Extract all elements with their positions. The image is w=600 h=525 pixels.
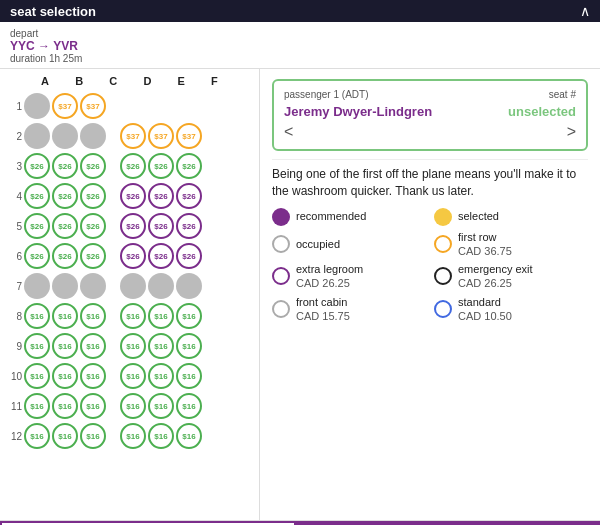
seat-3a[interactable]: $26 — [24, 153, 50, 179]
seat-10e[interactable]: $16 — [148, 363, 174, 389]
seat-4a[interactable]: $26 — [24, 183, 50, 209]
seat-row: 5 $26 $26 $26 $26 $26 $26 — [0, 211, 259, 241]
col-b: B — [75, 75, 83, 87]
row-number: 6 — [4, 251, 22, 262]
seat-2b[interactable] — [52, 123, 78, 149]
seat-row: 12 $16 $16 $16 $16 $16 $16 — [0, 421, 259, 451]
seat-6d[interactable]: $26 — [120, 243, 146, 269]
seat-12e[interactable]: $16 — [148, 423, 174, 449]
seat-4d[interactable]: $26 — [120, 183, 146, 209]
page-title: seat selection — [10, 4, 96, 19]
seat-8f[interactable]: $16 — [176, 303, 202, 329]
seat-6e[interactable]: $26 — [148, 243, 174, 269]
seat-11b[interactable]: $16 — [52, 393, 78, 419]
seat-4e[interactable]: $26 — [148, 183, 174, 209]
select-addons-button[interactable]: select addons → — [0, 521, 296, 525]
seat-5e[interactable]: $26 — [148, 213, 174, 239]
seat-6b[interactable]: $26 — [52, 243, 78, 269]
seat-4c[interactable]: $26 — [80, 183, 106, 209]
legend-price: CAD 36.75 — [458, 244, 512, 258]
seat-8c[interactable]: $16 — [80, 303, 106, 329]
seat-9c[interactable]: $16 — [80, 333, 106, 359]
seat-row: 1 $37 $37 — [0, 91, 259, 121]
seat-7f[interactable] — [176, 273, 202, 299]
seat-10a[interactable]: $16 — [24, 363, 50, 389]
legend-first-row: first row CAD 36.75 — [434, 230, 588, 259]
seat-9f[interactable]: $16 — [176, 333, 202, 359]
seat-8d[interactable]: $16 — [120, 303, 146, 329]
seat-5d[interactable]: $26 — [120, 213, 146, 239]
seat-8b[interactable]: $16 — [52, 303, 78, 329]
seat-status: unselected — [508, 104, 576, 119]
seat-row: 7 — [0, 271, 259, 301]
seat-12b[interactable]: $16 — [52, 423, 78, 449]
seat-3d[interactable]: $26 — [120, 153, 146, 179]
next-passenger-button[interactable]: > — [567, 123, 576, 141]
legend-label: standard — [458, 295, 512, 309]
col-d: D — [143, 75, 151, 87]
seat-1c[interactable]: $37 — [80, 93, 106, 119]
selected-icon — [434, 208, 452, 226]
seat-row: 10 $16 $16 $16 $16 $16 $16 — [0, 361, 259, 391]
seat-6a[interactable]: $26 — [24, 243, 50, 269]
legend-price: CAD 26.25 — [296, 276, 363, 290]
seat-2a[interactable] — [24, 123, 50, 149]
seat-9d[interactable]: $16 — [120, 333, 146, 359]
left-group: $26 $26 $26 — [24, 183, 106, 209]
seat-5a[interactable]: $26 — [24, 213, 50, 239]
seat-2c[interactable] — [80, 123, 106, 149]
seat-10b[interactable]: $16 — [52, 363, 78, 389]
seat-1b[interactable]: $37 — [52, 93, 78, 119]
seat-10d[interactable]: $16 — [120, 363, 146, 389]
seat-1a[interactable] — [24, 93, 50, 119]
legend-label: occupied — [296, 237, 340, 251]
seat-6f[interactable]: $26 — [176, 243, 202, 269]
seat-12d[interactable]: $16 — [120, 423, 146, 449]
seat-5b[interactable]: $26 — [52, 213, 78, 239]
seat-5c[interactable]: $26 — [80, 213, 106, 239]
seat-10f[interactable]: $16 — [176, 363, 202, 389]
seat-8a[interactable]: $16 — [24, 303, 50, 329]
right-group — [120, 273, 202, 299]
seat-10c[interactable]: $16 — [80, 363, 106, 389]
seat-2f[interactable]: $37 — [176, 123, 202, 149]
collapse-icon[interactable]: ∧ — [580, 3, 590, 19]
seat-7b[interactable] — [52, 273, 78, 299]
prev-passenger-button[interactable]: < — [284, 123, 293, 141]
seat-3e[interactable]: $26 — [148, 153, 174, 179]
seat-3c[interactable]: $26 — [80, 153, 106, 179]
row-number: 4 — [4, 191, 22, 202]
promo-text: Being one of the first off the plane mea… — [272, 159, 588, 200]
seat-7a[interactable] — [24, 273, 50, 299]
seat-7c[interactable] — [80, 273, 106, 299]
row-number: 12 — [4, 431, 22, 442]
seat-2e[interactable]: $37 — [148, 123, 174, 149]
seat-11d[interactable]: $16 — [120, 393, 146, 419]
seat-11c[interactable]: $16 — [80, 393, 106, 419]
seat-9b[interactable]: $16 — [52, 333, 78, 359]
seat-4f[interactable]: $26 — [176, 183, 202, 209]
seat-8e[interactable]: $16 — [148, 303, 174, 329]
seat-3f[interactable]: $26 — [176, 153, 202, 179]
right-group: $16 $16 $16 — [120, 303, 202, 329]
seat-12c[interactable]: $16 — [80, 423, 106, 449]
seat-4b[interactable]: $26 — [52, 183, 78, 209]
select-recommended-button[interactable]: select recommended seats — [296, 521, 600, 525]
seat-12f[interactable]: $16 — [176, 423, 202, 449]
seat-11f[interactable]: $16 — [176, 393, 202, 419]
legend-label: emergency exit — [458, 262, 533, 276]
seat-2d[interactable]: $37 — [120, 123, 146, 149]
seat-5f[interactable]: $26 — [176, 213, 202, 239]
row-number: 10 — [4, 371, 22, 382]
seat-9e[interactable]: $16 — [148, 333, 174, 359]
flight-route: YYC → YVR — [10, 39, 590, 53]
seat-6c[interactable]: $26 — [80, 243, 106, 269]
seat-7d[interactable] — [120, 273, 146, 299]
seat-map-panel: A B C D E F 1 $37 $37 2 — [0, 69, 260, 520]
seat-9a[interactable]: $16 — [24, 333, 50, 359]
seat-12a[interactable]: $16 — [24, 423, 50, 449]
seat-11e[interactable]: $16 — [148, 393, 174, 419]
seat-3b[interactable]: $26 — [52, 153, 78, 179]
seat-11a[interactable]: $16 — [24, 393, 50, 419]
seat-7e[interactable] — [148, 273, 174, 299]
